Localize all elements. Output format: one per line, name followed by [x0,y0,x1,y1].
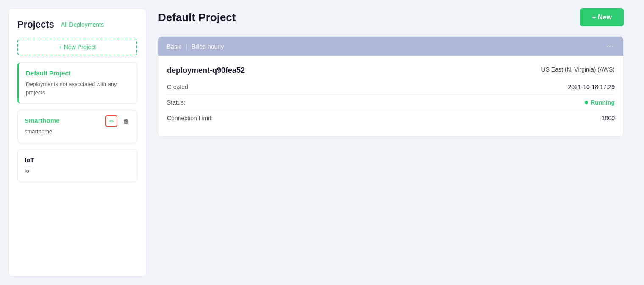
more-options-button[interactable]: ··· [606,42,615,51]
deployment-plan-info: Basic | Billed hourly [167,43,224,50]
edit-icon: ✏ [109,118,114,125]
created-row: Created: 2021-10-18 17:29 [167,83,615,95]
edit-smarthome-button[interactable]: ✏ [105,115,117,127]
deployment-details: Created: 2021-10-18 17:29 Status: Runnin… [167,83,615,126]
project-desc-default: Deployments not associated with any proj… [26,80,130,97]
sidebar-title: Projects [17,19,54,30]
status-text: Running [591,99,615,106]
project-card-smarthome: Smarthome ✏ 🗑 smarthome [17,110,137,143]
trash-icon: 🗑 [123,118,129,125]
created-label: Created: [167,83,190,90]
project-actions-smarthome: ✏ 🗑 [105,115,132,127]
connection-limit-value: 1000 [602,115,615,122]
status-row: Status: Running [167,99,615,111]
project-card-iot: IoT IoT [17,149,137,183]
main-content: Default Project + New Basic | Billed hou… [146,8,636,277]
deployment-card-header: Basic | Billed hourly ··· [158,37,623,56]
new-project-button[interactable]: + New Project [17,39,137,55]
project-desc-iot: IoT [25,167,130,175]
header-divider: | [186,43,187,50]
status-label: Status: [167,99,186,106]
deployment-card: Basic | Billed hourly ··· deployment-q90… [158,36,624,136]
deployment-plan: Basic [167,43,181,50]
connection-limit-label: Connection Limit: [167,115,213,122]
deployment-body: deployment-q90fea52 US East (N. Virginia… [158,56,623,136]
all-deployments-link[interactable]: All Deployments [61,21,104,28]
deployment-region: US East (N. Virginia) (AWS) [541,66,615,73]
connection-limit-row: Connection Limit: 1000 [167,115,615,126]
sidebar-header: Projects All Deployments [17,19,137,30]
project-desc-smarthome: smarthome [25,127,130,136]
main-header: Default Project + New [158,8,624,26]
project-card-default: Default Project Deployments not associat… [17,62,137,104]
deployment-name-row: deployment-q90fea52 US East (N. Virginia… [167,66,615,75]
created-value: 2021-10-18 17:29 [568,83,615,90]
page-title: Default Project [158,11,236,24]
deployment-billing: Billed hourly [192,43,224,50]
project-name-default[interactable]: Default Project [26,69,130,77]
deployment-name: deployment-q90fea52 [167,66,245,75]
sidebar: Projects All Deployments + New Project D… [8,8,146,277]
status-dot [585,101,588,104]
project-name-iot[interactable]: IoT [25,156,130,163]
status-value: Running [585,99,615,106]
new-deployment-button[interactable]: + New [580,8,624,26]
delete-smarthome-button[interactable]: 🗑 [120,115,132,127]
